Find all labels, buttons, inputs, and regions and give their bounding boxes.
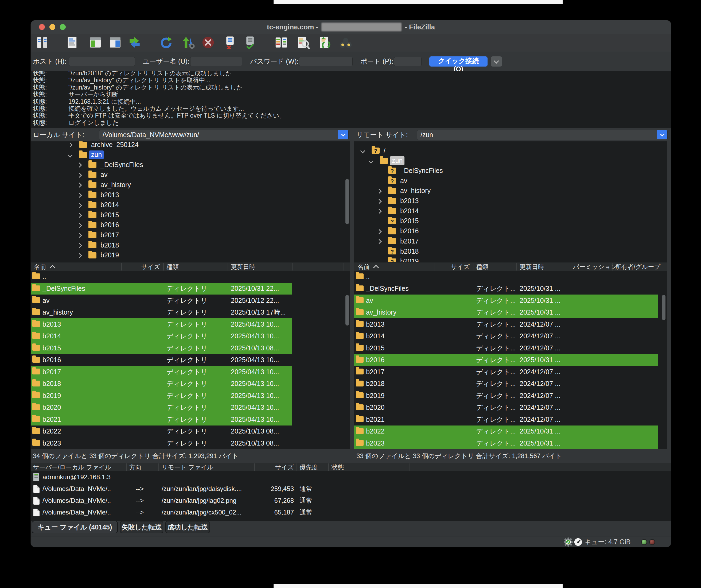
column-separator[interactable] xyxy=(473,263,473,270)
tree-item[interactable]: _DelSyncFiles xyxy=(31,160,350,170)
file-row[interactable]: b2017ディレクトリ2025/04/13 10... xyxy=(31,366,350,378)
file-row[interactable]: avディレクトリ2025/10/12 22... xyxy=(31,295,350,307)
port-input[interactable] xyxy=(394,57,422,66)
file-row[interactable]: b2023ディレクトリ2025/10/13 08... xyxy=(31,437,350,449)
directory-comparison-icon[interactable] xyxy=(275,36,288,49)
file-row[interactable]: b2019ディレクトリ2025/04/13 10... xyxy=(31,390,350,402)
auto-gear-icon[interactable]: A xyxy=(563,537,573,547)
remote-file-list[interactable]: .._DelSyncFilesディレクト...2025/10/31 ...avデ… xyxy=(354,271,667,449)
file-row[interactable]: b2020ディレクト...2024/12/07 ... xyxy=(354,402,667,414)
column-separator[interactable] xyxy=(434,263,434,270)
tree-item[interactable]: b2018 xyxy=(354,246,667,256)
chevron-right-icon[interactable] xyxy=(77,213,82,218)
file-row[interactable]: b2018ディレクト...2024/12/07 ... xyxy=(354,378,667,390)
queue-column-header[interactable]: 優先度 xyxy=(299,463,318,471)
filename-filter-icon[interactable] xyxy=(296,36,310,49)
chevron-right-icon[interactable] xyxy=(77,173,82,178)
file-row[interactable]: b2022ディレクトリ2025/10/13 08... xyxy=(31,425,350,437)
file-row[interactable]: b2022ディレクト...2025/10/31 ... xyxy=(354,425,667,437)
tree-item[interactable]: zun xyxy=(354,156,667,166)
column-separator[interactable] xyxy=(296,463,297,471)
tree-item[interactable]: b2016 xyxy=(354,226,667,236)
cancel-icon[interactable] xyxy=(201,36,215,49)
chevron-right-icon[interactable] xyxy=(77,193,82,198)
file-row[interactable]: b2015ディレクトリ2025/10/13 08... xyxy=(31,342,350,354)
tree-item[interactable]: b2018 xyxy=(31,240,350,250)
file-row[interactable]: _DelSyncFilesディレクト...2025/10/31 ... xyxy=(354,283,667,295)
file-row[interactable]: b2014ディレクト...2024/12/07 ... xyxy=(354,330,667,342)
column-header[interactable]: 更新日時 xyxy=(231,262,255,271)
local-file-list[interactable]: .._DelSyncFilesディレクトリ2025/10/31 22...avデ… xyxy=(31,271,350,449)
queue-row[interactable]: /Volumes/Data_NVMe/..-->/zun/zun/lan/jpg… xyxy=(31,495,671,507)
message-log-toggle-icon[interactable] xyxy=(65,36,79,49)
tree-item[interactable]: av xyxy=(31,170,350,180)
file-row[interactable]: av_historyディレクト...2025/10/31 ... xyxy=(354,307,667,319)
column-separator[interactable] xyxy=(292,263,292,270)
process-queue-icon[interactable] xyxy=(182,36,195,49)
tree-item[interactable]: zun xyxy=(31,150,350,160)
column-separator[interactable] xyxy=(328,463,329,471)
chevron-right-icon[interactable] xyxy=(77,163,82,167)
file-row[interactable]: .. xyxy=(31,271,350,283)
column-separator[interactable] xyxy=(121,263,122,270)
chevron-right-icon[interactable] xyxy=(377,199,382,204)
username-input[interactable] xyxy=(190,57,242,66)
chevron-right-icon[interactable] xyxy=(67,143,72,147)
remote-site-combo[interactable]: /zun xyxy=(417,130,668,140)
quickconnect-button[interactable]: クイック接続 (Q) xyxy=(429,56,488,66)
file-row[interactable]: b2015ディレクト...2024/12/07 ... xyxy=(354,342,667,354)
refresh-icon[interactable] xyxy=(160,36,173,49)
column-header[interactable]: サイズ xyxy=(451,262,470,271)
tree-item[interactable]: b2019 xyxy=(354,256,667,262)
column-separator[interactable] xyxy=(658,263,658,270)
queue-column-header[interactable]: サーバー/ローカル ファイル xyxy=(33,463,111,471)
tree-item[interactable]: / xyxy=(354,145,667,156)
site-manager-icon[interactable] xyxy=(35,36,49,49)
file-row[interactable]: _DelSyncFilesディレクトリ2025/10/31 22... xyxy=(31,283,350,295)
tab-queued-files[interactable]: キュー ファイル (40145) xyxy=(32,521,118,533)
find-files-icon[interactable] xyxy=(339,36,353,49)
tree-item[interactable]: b2013 xyxy=(354,196,667,206)
tree-item[interactable]: av_history xyxy=(31,180,350,190)
chevron-right-icon[interactable] xyxy=(377,239,382,244)
tab-failed-transfers[interactable]: 失敗した転送 xyxy=(120,521,163,533)
file-row[interactable]: b2020ディレクトリ2025/04/13 10... xyxy=(31,402,350,414)
file-row[interactable]: .. xyxy=(354,271,667,283)
queue-column-header[interactable]: 状態 xyxy=(331,463,344,471)
column-separator[interactable] xyxy=(410,463,410,471)
column-separator[interactable] xyxy=(612,263,613,270)
column-separator[interactable] xyxy=(254,463,255,471)
reconnect-icon[interactable] xyxy=(243,36,257,49)
file-row[interactable]: b2021ディレクトリ2025/04/13 10... xyxy=(31,413,350,425)
file-row[interactable]: avディレクト...2025/10/31 ... xyxy=(354,295,667,307)
column-separator[interactable] xyxy=(126,463,127,471)
transfer-queue-toggle-icon[interactable] xyxy=(128,36,141,49)
tree-item[interactable]: _DelSyncFiles xyxy=(354,165,667,176)
column-header[interactable]: 名前 xyxy=(34,262,54,271)
transfer-queue[interactable]: adminkun@192.168.1.3/Volumes/Data_NVMe/.… xyxy=(31,471,671,521)
tree-item[interactable]: av xyxy=(354,176,667,186)
file-row[interactable]: b2023ディレクト...2025/10/31 ... xyxy=(354,437,667,449)
file-row[interactable]: b2013ディレクトリ2025/04/13 10... xyxy=(31,318,350,330)
remote-tree[interactable]: /zun_DelSyncFilesavav_historyb2013b2014b… xyxy=(354,141,667,262)
column-header[interactable]: パーミッション xyxy=(573,262,617,271)
password-input[interactable] xyxy=(299,57,353,66)
remote-list-scrollbar[interactable] xyxy=(662,295,666,320)
column-header[interactable]: 所有者/グループ xyxy=(615,262,660,271)
column-header[interactable]: 更新日時 xyxy=(520,262,544,271)
chevron-right-icon[interactable] xyxy=(77,243,82,248)
tree-item[interactable]: b2014 xyxy=(31,200,350,210)
tree-item[interactable]: b2019 xyxy=(31,250,350,260)
chevron-down-icon[interactable] xyxy=(369,159,373,163)
tree-item[interactable]: b2014 xyxy=(354,206,667,216)
local-list-scrollbar[interactable] xyxy=(345,295,349,326)
synchronized-browsing-icon[interactable] xyxy=(318,36,331,49)
tree-item[interactable]: b2017 xyxy=(354,236,667,246)
file-row[interactable]: b2018ディレクトリ2025/04/13 10... xyxy=(31,378,350,390)
queue-row[interactable]: /Volumes/Data_NVMe/..-->/zun/zun/lan/jpg… xyxy=(31,507,671,518)
queue-row[interactable]: adminkun@192.168.1.3 xyxy=(31,471,671,483)
chevron-right-icon[interactable] xyxy=(77,233,82,238)
column-separator[interactable] xyxy=(343,263,344,270)
file-row[interactable]: b2016ディレクト...2025/10/31 ... xyxy=(354,354,667,366)
tree-item[interactable]: b2015 xyxy=(354,216,667,226)
